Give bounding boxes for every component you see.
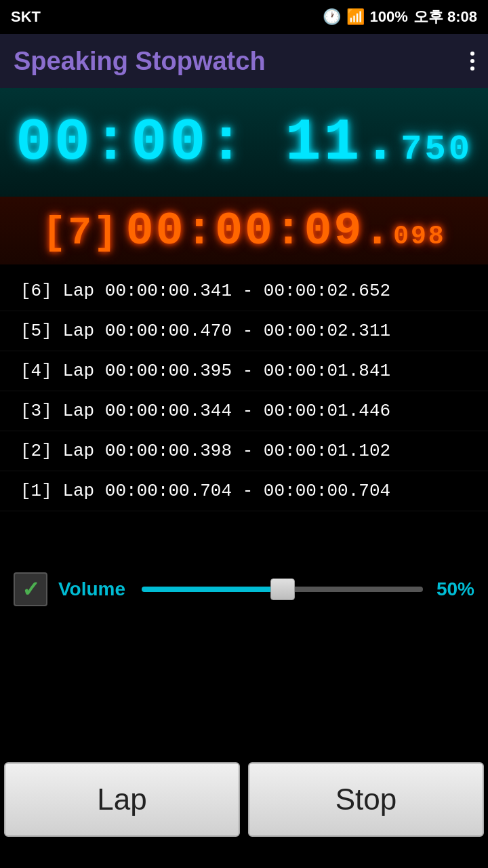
time-label: 오후 8:08 — [413, 7, 477, 27]
volume-thumb[interactable] — [270, 578, 295, 600]
stop-button[interactable]: Stop — [248, 762, 484, 837]
lap-item: [4] Lap 00:00:00.395 - 00:00:01.841 — [0, 351, 488, 391]
lap-timer-display: [7]00:00:09.098 — [0, 197, 488, 264]
lap-item: [1] Lap 00:00:00.704 - 00:00:00.704 — [0, 471, 488, 511]
volume-slider[interactable] — [142, 587, 423, 592]
lap-button[interactable]: Lap — [4, 762, 240, 837]
main-time-label: 00:00: 11. — [16, 109, 401, 176]
carrier-label: SKT — [11, 8, 41, 26]
lap-item: [2] Lap 00:00:00.398 - 00:00:01.102 — [0, 431, 488, 471]
lap-item: [5] Lap 00:00:00.470 - 00:00:02.311 — [0, 311, 488, 351]
check-icon: ✓ — [22, 576, 40, 602]
volume-checkbox[interactable]: ✓ — [14, 572, 47, 606]
app-title: Speaking Stopwatch — [14, 47, 266, 76]
status-bar: SKT 🕐 📶 100% 오후 8:08 — [0, 0, 488, 34]
dot1 — [470, 52, 474, 56]
lap-millis: 098 — [393, 222, 445, 251]
main-millis: 750 — [401, 130, 472, 170]
lap-timer-value: [7]00:00:09.098 — [42, 205, 445, 257]
main-timer-display: 00:00: 11.750 — [0, 88, 488, 197]
wifi-icon: 📶 — [346, 8, 365, 26]
lap-list: [6] Lap 00:00:00.341 - 00:00:02.652[5] L… — [0, 264, 488, 518]
lap-item: [3] Lap 00:00:00.344 - 00:00:01.446 — [0, 391, 488, 431]
app-bar: Speaking Stopwatch — [0, 34, 488, 88]
dot2 — [470, 59, 474, 63]
alarm-icon: 🕐 — [323, 8, 341, 26]
battery-label: 100% — [370, 8, 408, 26]
dot3 — [470, 66, 474, 71]
volume-section: ✓ Volume 50% — [0, 559, 488, 620]
lap-number-label: [7] — [42, 211, 119, 255]
menu-button[interactable] — [470, 52, 474, 71]
volume-percent: 50% — [434, 578, 474, 600]
volume-label: Volume — [58, 578, 125, 600]
lap-time-label: 00:00:09. — [126, 205, 393, 257]
status-icons: 🕐 📶 100% 오후 8:08 — [323, 7, 477, 27]
main-timer-value: 00:00: 11.750 — [16, 109, 472, 176]
button-row: Lap Stop — [0, 758, 488, 841]
lap-item: [6] Lap 00:00:00.341 - 00:00:02.652 — [0, 271, 488, 311]
